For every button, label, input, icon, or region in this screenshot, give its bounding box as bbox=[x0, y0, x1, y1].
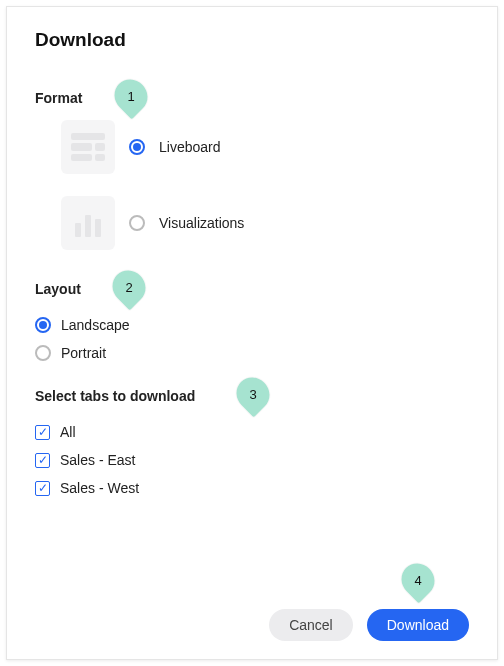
annotation-marker-4: 4 bbox=[395, 557, 442, 604]
layout-label: Layout bbox=[35, 281, 81, 297]
dialog-title: Download bbox=[35, 29, 469, 51]
format-option-liveboard[interactable]: Liveboard bbox=[61, 120, 469, 174]
tabs-label: Select tabs to download bbox=[35, 388, 195, 404]
format-label: Format bbox=[35, 90, 82, 106]
tab-option-all[interactable]: ✓ All bbox=[35, 424, 469, 440]
tab-option-sales-west[interactable]: ✓ Sales - West bbox=[35, 480, 469, 496]
layout-option-landscape[interactable]: Landscape bbox=[35, 317, 469, 333]
annotation-marker-2: 2 bbox=[106, 264, 153, 311]
tab-option-sales-east[interactable]: ✓ Sales - East bbox=[35, 452, 469, 468]
download-button[interactable]: Download bbox=[367, 609, 469, 641]
cancel-button[interactable]: Cancel bbox=[269, 609, 353, 641]
format-option-visualizations[interactable]: Visualizations bbox=[61, 196, 469, 250]
annotation-marker-3: 3 bbox=[230, 371, 277, 418]
tab-all-label: All bbox=[60, 424, 76, 440]
layout-landscape-label: Landscape bbox=[61, 317, 130, 333]
dialog-footer: Cancel 4 Download bbox=[269, 609, 469, 641]
layout-option-portrait[interactable]: Portrait bbox=[35, 345, 469, 361]
annotation-marker-1: 1 bbox=[108, 73, 155, 120]
layout-section: Layout 2 Landscape Portrait bbox=[35, 280, 469, 361]
checkbox-sales-west[interactable]: ✓ bbox=[35, 481, 50, 496]
radio-liveboard[interactable] bbox=[129, 139, 145, 155]
checkbox-all[interactable]: ✓ bbox=[35, 425, 50, 440]
format-section: Format 1 Liveboard Visualizations bbox=[35, 89, 469, 250]
format-visualizations-label: Visualizations bbox=[159, 215, 244, 231]
radio-landscape[interactable] bbox=[35, 317, 51, 333]
visualizations-icon bbox=[61, 196, 115, 250]
radio-visualizations[interactable] bbox=[129, 215, 145, 231]
tab-sales-east-label: Sales - East bbox=[60, 452, 135, 468]
format-liveboard-label: Liveboard bbox=[159, 139, 221, 155]
tab-sales-west-label: Sales - West bbox=[60, 480, 139, 496]
tabs-section: Select tabs to download 3 ✓ All ✓ Sales … bbox=[35, 387, 469, 496]
checkbox-sales-east[interactable]: ✓ bbox=[35, 453, 50, 468]
radio-portrait[interactable] bbox=[35, 345, 51, 361]
layout-portrait-label: Portrait bbox=[61, 345, 106, 361]
liveboard-icon bbox=[61, 120, 115, 174]
download-dialog: Download Format 1 Liveboard Visualizatio… bbox=[6, 6, 498, 660]
